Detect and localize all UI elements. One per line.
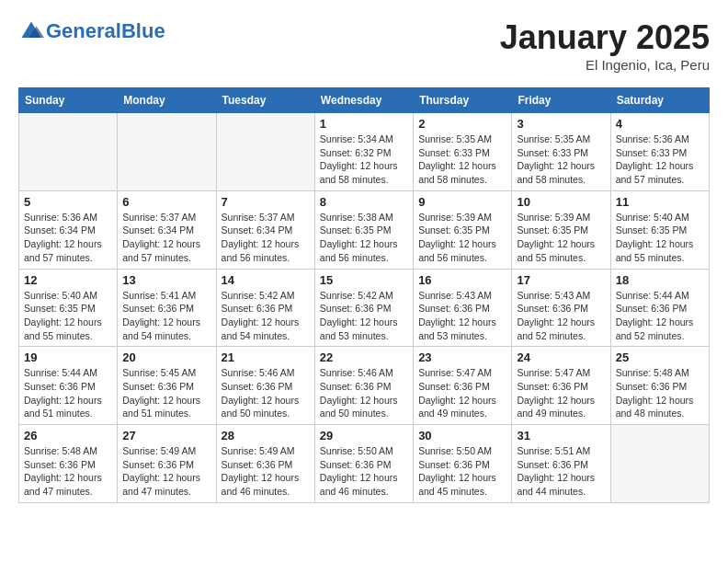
day-number: 21 xyxy=(222,350,310,364)
day-number: 17 xyxy=(517,273,605,287)
day-number: 13 xyxy=(122,273,210,287)
calendar-cell xyxy=(610,425,709,503)
header-friday: Friday xyxy=(512,88,610,113)
day-info: Sunrise: 5:50 AM Sunset: 6:36 PM Dayligh… xyxy=(418,444,506,499)
location: El Ingenio, Ica, Peru xyxy=(500,57,710,73)
header-saturday: Saturday xyxy=(610,88,709,113)
day-info: Sunrise: 5:50 AM Sunset: 6:36 PM Dayligh… xyxy=(320,444,408,499)
header-tuesday: Tuesday xyxy=(216,88,314,113)
calendar-cell xyxy=(216,113,314,191)
day-info: Sunrise: 5:46 AM Sunset: 6:36 PM Dayligh… xyxy=(222,366,310,420)
header-thursday: Thursday xyxy=(414,88,512,113)
header-monday: Monday xyxy=(118,88,216,113)
day-info: Sunrise: 5:39 AM Sunset: 6:35 PM Dayligh… xyxy=(418,211,506,265)
page-header: GeneralBlue January 2025 El Ingenio, Ica… xyxy=(18,18,710,73)
day-info: Sunrise: 5:36 AM Sunset: 6:33 PM Dayligh… xyxy=(616,132,704,187)
week-row-1: 1Sunrise: 5:34 AM Sunset: 6:32 PM Daylig… xyxy=(19,113,710,191)
week-row-5: 26Sunrise: 5:48 AM Sunset: 6:36 PM Dayli… xyxy=(19,425,710,503)
day-info: Sunrise: 5:44 AM Sunset: 6:36 PM Dayligh… xyxy=(24,366,112,420)
day-number: 3 xyxy=(517,117,605,131)
calendar-cell: 7Sunrise: 5:37 AM Sunset: 6:34 PM Daylig… xyxy=(216,190,314,269)
day-info: Sunrise: 5:35 AM Sunset: 6:33 PM Dayligh… xyxy=(418,132,506,187)
month-title: January 2025 xyxy=(500,18,710,57)
calendar-cell: 29Sunrise: 5:50 AM Sunset: 6:36 PM Dayli… xyxy=(314,425,413,503)
calendar-cell: 9Sunrise: 5:39 AM Sunset: 6:35 PM Daylig… xyxy=(414,190,512,269)
calendar: SundayMondayTuesdayWednesdayThursdayFrid… xyxy=(18,87,710,503)
calendar-cell: 13Sunrise: 5:41 AM Sunset: 6:36 PM Dayli… xyxy=(118,269,216,347)
day-number: 15 xyxy=(320,273,408,287)
day-info: Sunrise: 5:36 AM Sunset: 6:34 PM Dayligh… xyxy=(24,211,112,265)
calendar-cell: 23Sunrise: 5:47 AM Sunset: 6:36 PM Dayli… xyxy=(414,347,512,425)
day-number: 4 xyxy=(616,117,704,131)
week-row-2: 5Sunrise: 5:36 AM Sunset: 6:34 PM Daylig… xyxy=(19,190,710,269)
day-info: Sunrise: 5:43 AM Sunset: 6:36 PM Dayligh… xyxy=(517,289,605,343)
calendar-cell: 27Sunrise: 5:49 AM Sunset: 6:36 PM Dayli… xyxy=(118,425,216,503)
day-info: Sunrise: 5:49 AM Sunset: 6:36 PM Dayligh… xyxy=(122,444,210,499)
day-number: 7 xyxy=(222,195,310,209)
day-info: Sunrise: 5:47 AM Sunset: 6:36 PM Dayligh… xyxy=(418,366,506,420)
day-number: 29 xyxy=(320,429,408,442)
day-number: 24 xyxy=(517,350,605,364)
calendar-cell: 24Sunrise: 5:47 AM Sunset: 6:36 PM Dayli… xyxy=(512,347,610,425)
day-info: Sunrise: 5:44 AM Sunset: 6:36 PM Dayligh… xyxy=(616,289,704,343)
logo-icon xyxy=(18,18,44,44)
day-number: 10 xyxy=(517,195,605,209)
day-number: 30 xyxy=(418,429,506,442)
day-info: Sunrise: 5:40 AM Sunset: 6:35 PM Dayligh… xyxy=(616,211,704,265)
header-wednesday: Wednesday xyxy=(314,88,413,113)
logo-text: GeneralBlue xyxy=(46,21,165,41)
week-row-3: 12Sunrise: 5:40 AM Sunset: 6:35 PM Dayli… xyxy=(19,269,710,347)
day-number: 26 xyxy=(24,429,112,442)
day-number: 9 xyxy=(418,195,506,209)
calendar-cell: 19Sunrise: 5:44 AM Sunset: 6:36 PM Dayli… xyxy=(19,347,118,425)
calendar-cell: 10Sunrise: 5:39 AM Sunset: 6:35 PM Dayli… xyxy=(512,190,610,269)
day-info: Sunrise: 5:51 AM Sunset: 6:36 PM Dayligh… xyxy=(517,444,605,499)
day-info: Sunrise: 5:38 AM Sunset: 6:35 PM Dayligh… xyxy=(320,211,408,265)
calendar-cell: 30Sunrise: 5:50 AM Sunset: 6:36 PM Dayli… xyxy=(414,425,512,503)
calendar-cell: 1Sunrise: 5:34 AM Sunset: 6:32 PM Daylig… xyxy=(314,113,413,191)
calendar-cell: 5Sunrise: 5:36 AM Sunset: 6:34 PM Daylig… xyxy=(19,190,118,269)
day-info: Sunrise: 5:48 AM Sunset: 6:36 PM Dayligh… xyxy=(616,366,704,420)
title-section: January 2025 El Ingenio, Ica, Peru xyxy=(500,18,710,73)
day-info: Sunrise: 5:48 AM Sunset: 6:36 PM Dayligh… xyxy=(24,444,112,499)
day-info: Sunrise: 5:35 AM Sunset: 6:33 PM Dayligh… xyxy=(517,132,605,187)
day-info: Sunrise: 5:41 AM Sunset: 6:36 PM Dayligh… xyxy=(122,289,210,343)
day-number: 2 xyxy=(418,117,506,131)
day-number: 12 xyxy=(24,273,112,287)
day-number: 1 xyxy=(320,117,408,131)
calendar-cell: 11Sunrise: 5:40 AM Sunset: 6:35 PM Dayli… xyxy=(610,190,709,269)
day-info: Sunrise: 5:37 AM Sunset: 6:34 PM Dayligh… xyxy=(122,211,210,265)
day-number: 25 xyxy=(616,350,704,364)
day-number: 8 xyxy=(320,195,408,209)
day-number: 19 xyxy=(24,350,112,364)
day-info: Sunrise: 5:40 AM Sunset: 6:35 PM Dayligh… xyxy=(24,289,112,343)
day-number: 14 xyxy=(222,273,310,287)
calendar-cell: 16Sunrise: 5:43 AM Sunset: 6:36 PM Dayli… xyxy=(414,269,512,347)
calendar-cell: 17Sunrise: 5:43 AM Sunset: 6:36 PM Dayli… xyxy=(512,269,610,347)
logo: GeneralBlue xyxy=(18,18,165,44)
calendar-cell: 22Sunrise: 5:46 AM Sunset: 6:36 PM Dayli… xyxy=(314,347,413,425)
day-number: 20 xyxy=(122,350,210,364)
day-number: 18 xyxy=(616,273,704,287)
calendar-cell: 14Sunrise: 5:42 AM Sunset: 6:36 PM Dayli… xyxy=(216,269,314,347)
calendar-cell: 2Sunrise: 5:35 AM Sunset: 6:33 PM Daylig… xyxy=(414,113,512,191)
calendar-header-row: SundayMondayTuesdayWednesdayThursdayFrid… xyxy=(19,88,710,113)
calendar-cell: 3Sunrise: 5:35 AM Sunset: 6:33 PM Daylig… xyxy=(512,113,610,191)
calendar-cell: 26Sunrise: 5:48 AM Sunset: 6:36 PM Dayli… xyxy=(19,425,118,503)
day-number: 27 xyxy=(122,429,210,442)
calendar-cell: 25Sunrise: 5:48 AM Sunset: 6:36 PM Dayli… xyxy=(610,347,709,425)
day-info: Sunrise: 5:42 AM Sunset: 6:36 PM Dayligh… xyxy=(222,289,310,343)
calendar-cell xyxy=(19,113,118,191)
calendar-cell: 28Sunrise: 5:49 AM Sunset: 6:36 PM Dayli… xyxy=(216,425,314,503)
day-number: 11 xyxy=(616,195,704,209)
calendar-cell: 21Sunrise: 5:46 AM Sunset: 6:36 PM Dayli… xyxy=(216,347,314,425)
calendar-cell: 12Sunrise: 5:40 AM Sunset: 6:35 PM Dayli… xyxy=(19,269,118,347)
day-info: Sunrise: 5:46 AM Sunset: 6:36 PM Dayligh… xyxy=(320,366,408,420)
day-info: Sunrise: 5:43 AM Sunset: 6:36 PM Dayligh… xyxy=(418,289,506,343)
day-info: Sunrise: 5:47 AM Sunset: 6:36 PM Dayligh… xyxy=(517,366,605,420)
day-info: Sunrise: 5:49 AM Sunset: 6:36 PM Dayligh… xyxy=(222,444,310,499)
day-number: 6 xyxy=(122,195,210,209)
day-info: Sunrise: 5:34 AM Sunset: 6:32 PM Dayligh… xyxy=(320,132,408,187)
calendar-cell: 15Sunrise: 5:42 AM Sunset: 6:36 PM Dayli… xyxy=(314,269,413,347)
logo-general: General xyxy=(46,19,121,42)
